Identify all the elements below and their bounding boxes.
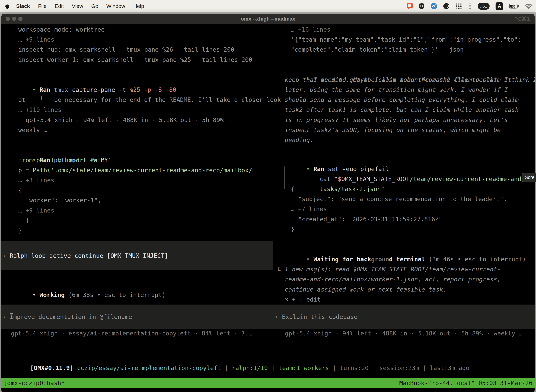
apple-logo-icon[interactable] [5, 3, 10, 9]
thinking-line: inspect task2's JSON, focusing on the st… [285, 125, 501, 135]
tmux-window-name[interactable]: [omx-cczip0:bash* [4, 379, 65, 387]
active-pane-border [1, 344, 273, 344]
thinking-line: is in progress? It seems likely but perh… [285, 115, 508, 125]
dragon-menu-icon[interactable]: § [468, 2, 472, 10]
thinking-line: should send a message before completing … [285, 95, 519, 105]
left-prompt-input[interactable]: › Improve documentation in @filename [1, 304, 273, 329]
stats-badge-icon[interactable] [431, 3, 437, 9]
collapsed-lines-indicator: … +9 lines [18, 35, 54, 45]
collapsed-lines-indicator: … +9 lines [18, 205, 54, 215]
right-prompt-input[interactable]: › Explain this codebase [273, 304, 535, 329]
cat-command-line: tasks/task-2.json" [291, 174, 384, 184]
mailbox-message-line: continue assigned work or next feasible … [285, 285, 447, 294]
separator: | [268, 364, 278, 371]
json-output-line: ] [26, 215, 29, 225]
path-text: /team/review-current-readme-and-reco/ [410, 175, 535, 182]
ran-tmux-capture-line: • Ran tmux capture-pane -t %25 -p -S -80 [4, 75, 176, 85]
input-source-icon[interactable]: A [496, 2, 503, 10]
team-workers: team:1 workers [278, 364, 329, 371]
tmux-host-clock: "MacBook-Pro-44.local" 05:03 31-Mar-26 [396, 379, 532, 387]
menu-bar-status-icons: § ..61 A [407, 2, 532, 10]
ran-python-line: • Ran python3 - <<'PY' [4, 145, 111, 155]
menu-bar: Slack File Edit View Go Window Help [0, 0, 536, 12]
quote: " [381, 186, 384, 192]
working-meta: (6m 38s • esc to interrupt) [65, 291, 165, 299]
screenshot-popup-label: Scre [525, 175, 535, 180]
waiting-label: Waiting for back [314, 256, 371, 263]
output-connector-corner [12, 190, 15, 190]
working-label: Working [40, 291, 65, 299]
json-output-line: "created_at": "2026-03-31T11:59:27.816Z" [298, 214, 442, 224]
collapsed-lines-indicator: … +7 lines [291, 204, 327, 214]
menu-view[interactable]: View [72, 3, 83, 9]
terminal-window: omx --xhigh --madmax ⌥⌘1 workspace_mode:… [1, 14, 535, 392]
menu-window[interactable]: Window [106, 3, 125, 9]
password-shield-icon[interactable] [419, 3, 425, 9]
output-connector-line [12, 157, 12, 190]
session-meta: | turns:20 | session:23m | last:3m ago [329, 364, 469, 371]
inject-notice-band: › Ralph loop active continue [OMX_TMUX_I… [1, 241, 273, 270]
json-output-line: "worker": "worker-1", [26, 195, 101, 205]
output-corner: └ [40, 96, 54, 103]
screenshot-popup-button[interactable]: Scre [522, 173, 536, 182]
python-code-line: p = Path('.omx/state/team/review-current… [18, 165, 252, 175]
waiting-label: d terminal [389, 256, 425, 263]
menu-edit[interactable]: Edit [55, 3, 64, 9]
json-output-line: { [18, 185, 22, 195]
input-placeholder: mprove documentation in @filename [13, 313, 132, 320]
thinking-line: keep that in mind. Maybe I also need the… [285, 75, 512, 85]
cmd-output-line: gpt-5.4 xhigh · 94% left · 488K in · 5.1… [26, 115, 231, 125]
text-cursor: I [10, 313, 13, 320]
window-title-bar: omx --xhigh --madmax ⌥⌘1 [1, 14, 535, 24]
count-badge-icon[interactable]: ..61 [478, 3, 490, 10]
right-model-status-line: gpt-5.4 xhigh · 94% left · 488K in · 5.1… [285, 328, 522, 338]
input-placeholder: Explain this codebase [282, 313, 358, 320]
path-text: tasks/task-2.json [320, 186, 381, 192]
working-bullet-icon: • [32, 291, 40, 299]
edit-shortcut-hint: ⌥ + ↑ edit [285, 294, 321, 304]
json-output-line: } [18, 225, 22, 236]
waiting-status-line: • Waiting for background terminal (3m 46… [278, 244, 526, 254]
omx-session-status: [OMX#0.11.9] cczip/essay/ai-reimplementa… [1, 353, 469, 363]
prompt-chevron: › [2, 252, 10, 259]
json-output-line: "subject": "send a concise recommendatio… [298, 194, 507, 204]
thinking-line: pending. [285, 135, 314, 145]
separator: | [221, 364, 232, 371]
ralph-counter: ralph:1/10 [232, 364, 268, 371]
cmd-output-line: └ be necessary for the end of the README… [11, 85, 281, 95]
collapsed-lines-indicator: … +3 lines [18, 175, 54, 185]
prompt-chevron: › [275, 313, 282, 320]
json-output-line: } [291, 224, 294, 234]
pie-menu-icon[interactable] [443, 3, 450, 9]
workspace-mode-line: workspace_mode: worktree [18, 25, 105, 35]
python-code-line: from pathlib import Path [18, 155, 105, 165]
inactive-pane-border [273, 344, 535, 344]
json-arg-line: '{"team_name":"my-team","task_id":"1","f… [291, 35, 521, 45]
window-shortcut-hint: ⌥⌘1 [515, 14, 530, 24]
waiting-label-shimmer: groun [371, 256, 389, 263]
menu-file[interactable]: File [38, 3, 46, 9]
dots-grid-icon[interactable] [455, 3, 462, 9]
inspect-hud-line: inspect_hud: omx sparkshell --tmux-pane … [18, 45, 234, 55]
omx-version: [OMX#0.11.9] [30, 364, 73, 371]
menu-go[interactable]: Go [91, 3, 98, 9]
thinking-line: task2 after task1 is complete, but can I… [285, 105, 519, 115]
json-output-line: { [291, 184, 294, 194]
ran-set-line: • Ran set -euo pipefail [278, 154, 389, 164]
output-text: be necessary for the end of the README. … [54, 96, 281, 103]
wifi-icon[interactable] [525, 3, 532, 9]
cat-command-line: cat "$OMX_TEAM_STATE_ROOT/team/review-cu… [291, 164, 535, 174]
mailbox-message-line: readme-and-reco/mailbox/worker-1.json, a… [285, 274, 501, 284]
thinking-line: later. Using the same for transition mig… [285, 85, 508, 95]
mailbox-message-line: ↳ 1 new msg(s): read $OMX_TEAM_STATE_ROO… [278, 264, 501, 274]
waiting-meta: (3m 46s • esc to interrupt) [425, 256, 526, 263]
tmux-status-bar: [omx-cczip0:bash* "MacBook-Pro-44.local"… [1, 378, 535, 388]
menu-help[interactable]: Help [133, 3, 144, 9]
screen-recording-indicator-icon[interactable] [407, 3, 413, 10]
active-app-menu[interactable]: Slack [16, 3, 30, 9]
json-arg-line: "completed","claim_token":"claim-token"}… [291, 45, 464, 55]
prompt-chevron: › [2, 313, 10, 320]
collapsed-lines-indicator: … +110 lines [18, 105, 62, 115]
battery-icon[interactable] [509, 4, 519, 9]
pane-divider[interactable] [272, 24, 273, 344]
